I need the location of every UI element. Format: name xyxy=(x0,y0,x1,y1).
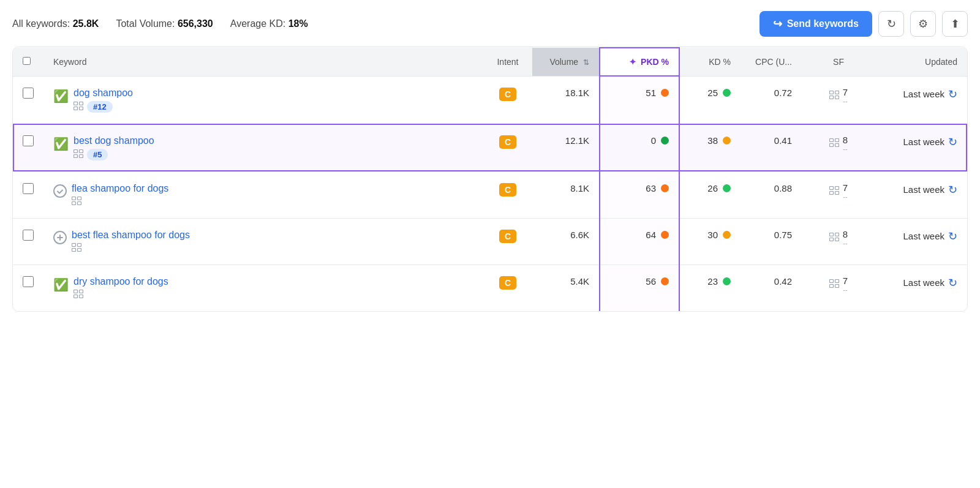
serp-icon xyxy=(72,243,81,253)
kd-cell: 26 xyxy=(679,171,741,218)
svg-rect-30 xyxy=(829,233,833,236)
cpc-cell: 0.42 xyxy=(741,265,802,311)
serp-icon xyxy=(74,102,83,112)
keyword-cell: ✅ best dog shampoo #5 xyxy=(43,124,483,171)
svg-rect-39 xyxy=(835,280,839,283)
svg-rect-31 xyxy=(835,233,839,236)
sf-number: 7 xyxy=(843,88,848,98)
svg-rect-36 xyxy=(74,295,78,298)
volume-cell: 5.4K xyxy=(532,265,600,311)
keywords-table: Keyword Intent Volume ⇅ ✦ PKD % KD % xyxy=(13,47,967,311)
sf-cell: 7 -- xyxy=(802,171,875,218)
row-refresh-icon[interactable]: ↻ xyxy=(948,88,957,101)
pkd-cell: 56 xyxy=(600,265,679,311)
row-refresh-icon[interactable]: ↻ xyxy=(948,230,957,243)
header-checkbox-cell xyxy=(13,48,43,76)
cpc-cell: 0.72 xyxy=(741,76,802,124)
sparkle-icon: ✦ xyxy=(629,57,636,67)
upload-icon: ⬆ xyxy=(951,17,960,31)
sf-dashes: -- xyxy=(843,239,847,247)
keyword-link[interactable]: best flea shampoo for dogs xyxy=(72,230,190,241)
keyword-link[interactable]: dog shampoo xyxy=(74,88,133,99)
serp-icon xyxy=(74,290,83,300)
top-actions: ↪ Send keywords ↻ ⚙ ⬆ xyxy=(760,11,968,37)
svg-rect-17 xyxy=(72,197,76,200)
kd-dot xyxy=(723,184,731,192)
header-updated: Updated xyxy=(875,48,967,76)
intent-badge: C xyxy=(499,276,516,290)
svg-rect-13 xyxy=(835,139,839,142)
refresh-icon: ↻ xyxy=(887,17,896,31)
header-sf: SF xyxy=(802,48,875,76)
updated-cell: Last week ↻ xyxy=(875,171,967,218)
keyword-link[interactable]: dry shampoo for dogs xyxy=(74,276,168,287)
svg-rect-23 xyxy=(829,192,833,195)
pkd-cell: 63 xyxy=(600,171,679,218)
all-keywords-stat: All keywords: 25.8K xyxy=(12,18,99,29)
status-check-green-icon: ✅ xyxy=(53,277,69,292)
intent-cell: C xyxy=(483,171,532,218)
keyword-link[interactable]: flea shampoo for dogs xyxy=(72,183,168,194)
header-keyword: Keyword xyxy=(43,48,483,76)
svg-rect-28 xyxy=(72,248,76,251)
svg-rect-21 xyxy=(829,187,833,190)
svg-rect-8 xyxy=(74,149,78,152)
row-checkbox-5[interactable] xyxy=(23,276,34,287)
row-refresh-icon[interactable]: ↻ xyxy=(948,135,957,149)
refresh-button[interactable]: ↻ xyxy=(878,11,904,37)
svg-rect-14 xyxy=(829,144,833,147)
top-stats: All keywords: 25.8K Total Volume: 656,33… xyxy=(12,18,308,29)
keyword-link[interactable]: best dog shampoo xyxy=(74,135,154,146)
header-cpc: CPC (U... xyxy=(741,48,802,76)
volume-cell: 18.1K xyxy=(532,76,600,124)
serp-icon xyxy=(72,197,81,207)
status-check-green-icon: ✅ xyxy=(53,137,69,151)
export-button[interactable]: ⬆ xyxy=(942,11,968,37)
table-row: ✅ dry shampoo for dogs C5.4K 56 23 0.42 xyxy=(13,265,967,311)
updated-cell: Last week ↻ xyxy=(875,265,967,311)
svg-rect-6 xyxy=(829,96,833,99)
sf-number: 7 xyxy=(843,183,848,193)
svg-rect-29 xyxy=(78,248,81,251)
updated-cell: Last week ↻ xyxy=(875,124,967,171)
header-volume[interactable]: Volume ⇅ xyxy=(532,48,600,76)
sf-dashes: -- xyxy=(843,193,847,200)
kd-dot xyxy=(723,89,731,97)
pkd-cell: 51 xyxy=(600,76,679,124)
row-checkbox-2[interactable] xyxy=(23,135,34,146)
volume-cell: 12.1K xyxy=(532,124,600,171)
send-keywords-button[interactable]: ↪ Send keywords xyxy=(760,11,872,37)
intent-cell: C xyxy=(483,124,532,171)
svg-rect-35 xyxy=(80,290,83,293)
status-check-gray-icon xyxy=(53,184,67,201)
sf-serp-icon xyxy=(829,186,839,197)
sf-cell: 7 -- xyxy=(802,76,875,124)
kd-value: 25 xyxy=(707,88,718,98)
serp-icon xyxy=(74,149,83,160)
select-all-checkbox[interactable] xyxy=(23,57,31,65)
sf-cell: 7 -- xyxy=(802,265,875,311)
row-refresh-icon[interactable]: ↻ xyxy=(948,183,957,197)
pkd-dot xyxy=(661,184,669,192)
svg-rect-33 xyxy=(835,238,839,241)
volume-sort-icon: ⇅ xyxy=(583,58,589,67)
volume-cell: 8.1K xyxy=(532,171,600,218)
kd-dot xyxy=(723,137,731,145)
rank-badge: #5 xyxy=(87,149,108,160)
sf-serp-icon xyxy=(829,138,839,149)
row-refresh-icon[interactable]: ↻ xyxy=(948,276,957,290)
row-checkbox-1[interactable] xyxy=(23,88,34,99)
settings-button[interactable]: ⚙ xyxy=(910,11,936,37)
svg-rect-37 xyxy=(80,295,83,298)
sf-number: 8 xyxy=(843,230,848,240)
svg-rect-3 xyxy=(80,107,83,110)
pkd-value: 64 xyxy=(646,230,656,240)
pkd-dot xyxy=(661,277,669,285)
avg-kd-stat: Average KD: 18% xyxy=(230,18,308,29)
svg-rect-4 xyxy=(829,91,833,94)
row-checkbox-4[interactable] xyxy=(23,230,34,241)
svg-rect-2 xyxy=(74,107,78,110)
intent-badge: C xyxy=(499,230,516,243)
main-container: All keywords: 25.8K Total Volume: 656,33… xyxy=(0,0,980,488)
row-checkbox-3[interactable] xyxy=(23,183,34,194)
